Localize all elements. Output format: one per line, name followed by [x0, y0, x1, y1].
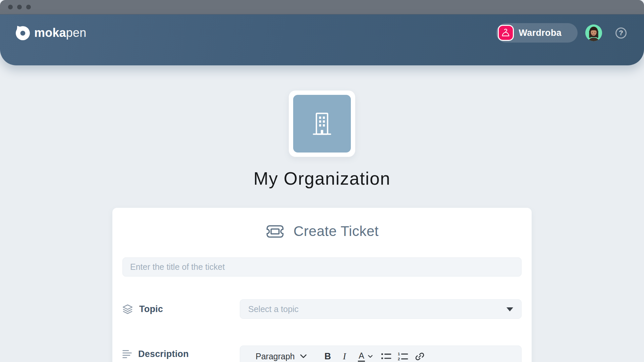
svg-text:1: 1: [398, 352, 400, 356]
create-ticket-card: Create Ticket Topic Select a topic: [112, 208, 532, 362]
topic-select[interactable]: Select a topic: [240, 299, 522, 319]
svg-text:2: 2: [398, 357, 400, 360]
topic-row: Topic Select a topic: [122, 299, 522, 319]
editor-toolbar: Paragraph B I A: [240, 346, 522, 362]
numbered-list-button[interactable]: 1 2: [394, 352, 411, 361]
italic-button[interactable]: I: [336, 351, 353, 362]
window-close-button[interactable]: [8, 5, 13, 9]
select-caret-icon: [506, 307, 513, 311]
paragraph-style-dropdown[interactable]: Paragraph: [256, 352, 307, 361]
topic-label-group: Topic: [122, 304, 240, 314]
workspace-switcher-button[interactable]: Wardroba: [496, 23, 578, 43]
window-maximize-button[interactable]: [26, 5, 31, 9]
mokapen-logo-icon: [15, 25, 31, 41]
chevron-down-icon: [300, 354, 307, 358]
description-row: Description Paragraph B I A: [122, 346, 522, 362]
bulleted-list-button[interactable]: [378, 353, 394, 360]
layers-icon: [122, 304, 133, 314]
text-color-glyph: A: [358, 351, 365, 362]
description-label-group: Description: [122, 346, 240, 359]
ticket-icon: [265, 224, 285, 239]
window-minimize-button[interactable]: [17, 5, 22, 9]
organization-name: My Organization: [0, 169, 644, 188]
hanger-icon: [498, 25, 514, 41]
mokapen-logo[interactable]: mokapen: [15, 25, 87, 41]
ticket-title-input[interactable]: [122, 257, 522, 277]
create-ticket-title: Create Ticket: [293, 223, 379, 239]
description-editor: Paragraph B I A: [240, 346, 522, 362]
question-mark-icon: ?: [619, 29, 623, 37]
topic-label: Topic: [139, 304, 163, 314]
organization-avatar: [293, 95, 351, 153]
navbar: mokapen Wardroba: [0, 14, 644, 65]
user-avatar[interactable]: [585, 24, 602, 41]
description-label: Description: [138, 349, 189, 359]
window-title-bar: [0, 0, 644, 14]
bold-button[interactable]: B: [319, 351, 336, 362]
building-icon: [311, 112, 333, 135]
create-ticket-header: Create Ticket: [122, 222, 522, 241]
organization-avatar-card: [289, 90, 355, 157]
align-left-icon: [122, 349, 132, 359]
link-button[interactable]: [411, 352, 428, 361]
text-color-dropdown[interactable]: A: [353, 351, 378, 362]
workspace-name: Wardroba: [519, 28, 561, 38]
help-button[interactable]: ?: [615, 27, 627, 39]
chevron-down-icon: [368, 355, 373, 358]
logo-wordmark: mokapen: [34, 26, 87, 40]
topic-select-placeholder: Select a topic: [248, 304, 299, 314]
